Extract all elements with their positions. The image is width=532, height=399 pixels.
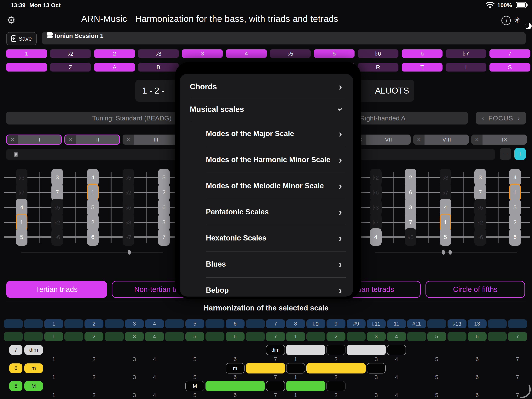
focus-button[interactable]: ‹ FOCUS ›: [476, 112, 526, 125]
extension-pill-empty: [508, 319, 527, 328]
note-pill-7[interactable]: 7: [474, 184, 486, 201]
chevron-right-icon: ›: [339, 155, 342, 165]
degree-strip-number: 7: [266, 392, 285, 399]
close-x-icon[interactable]: ×: [65, 135, 76, 144]
close-x-icon[interactable]: ×: [123, 134, 134, 145]
note-pill-1-root[interactable]: 1: [509, 184, 521, 201]
slider-dot-handle[interactable]: [127, 250, 131, 255]
note-pill-6[interactable]: 6: [509, 228, 521, 246]
degree-button-♭5[interactable]: ♭5: [270, 49, 311, 58]
slider-dot-handle[interactable]: [442, 250, 445, 255]
note-pill-2[interactable]: 2: [158, 184, 170, 201]
letter-button-R[interactable]: R: [358, 63, 399, 71]
position-tab-VII[interactable]: ×VII: [355, 134, 411, 145]
note-pill-♭6[interactable]: ♭6: [474, 228, 486, 246]
menu-item-modes-of-the-major-scale[interactable]: Modes of the Major Scale›: [180, 121, 353, 147]
note-pill-4[interactable]: 4: [370, 228, 382, 246]
degree-pill-3: 3: [125, 332, 144, 341]
degree-button-6[interactable]: 6: [402, 49, 443, 58]
menu-item-musical-scales[interactable]: Musical scales›: [180, 98, 353, 121]
degree-button-♭2[interactable]: ♭2: [50, 49, 91, 58]
degree-button-3[interactable]: 3: [182, 49, 223, 58]
degree-strip-number: 6: [468, 374, 487, 380]
letter-button-B[interactable]: B: [138, 63, 179, 71]
position-tab-III[interactable]: ×III: [123, 134, 178, 145]
position-tab-II[interactable]: ×II: [64, 134, 120, 145]
extension-pill-empty: [105, 319, 124, 328]
letter-button-Z[interactable]: Z: [50, 63, 91, 71]
info-icon[interactable]: i: [501, 16, 511, 25]
menu-item-blues[interactable]: Blues›: [180, 251, 353, 277]
note-pill-♭2[interactable]: ♭2: [123, 184, 134, 201]
position-tab-IX[interactable]: ×IX: [471, 134, 527, 145]
degree-button-♭7[interactable]: ♭7: [446, 49, 486, 58]
degree-strip-number: 2: [327, 392, 345, 399]
slider-dot-handle[interactable]: [449, 250, 452, 255]
session-name-bar[interactable]: Ionian Session 1: [42, 32, 526, 44]
degree-pill-empty: [448, 332, 467, 341]
note-pill-5[interactable]: 5: [440, 228, 451, 246]
settings-gear-icon[interactable]: ⚙: [6, 14, 16, 26]
menu-item-modes-of-the-harmonic-minor-scale[interactable]: Modes of the Harmonic Minor Scale›: [180, 147, 353, 173]
degree-button-4[interactable]: 4: [226, 49, 267, 58]
note-pill-♭7[interactable]: ♭7: [123, 228, 134, 246]
note-pill-♭5[interactable]: ♭5: [405, 228, 416, 246]
view-button-circle-of-fifths[interactable]: Circle of fifths: [425, 281, 525, 298]
degree-strip-number: 5: [427, 356, 446, 362]
note-pill-7[interactable]: 7: [51, 184, 63, 201]
menu-item-pentatonic-scales[interactable]: Pentatonic Scales›: [180, 199, 353, 225]
note-pill-5[interactable]: 5: [16, 228, 27, 246]
extension-pill-empty: [205, 319, 224, 328]
degree-pill-empty: [488, 332, 507, 341]
close-x-icon[interactable]: ×: [7, 135, 18, 144]
menu-item-hexatonic-scales[interactable]: Hexatonic Scales›: [180, 225, 353, 251]
degree-button-♭6[interactable]: ♭6: [358, 49, 399, 58]
chord-quality-legend-M: M: [24, 381, 43, 391]
note-pill-♭6[interactable]: ♭6: [370, 184, 382, 201]
degree-button-7[interactable]: 7: [489, 49, 530, 58]
menu-item-label: Hexatonic Scales: [206, 234, 266, 242]
position-tab-VIII[interactable]: ×VIII: [413, 134, 469, 145]
position-slider[interactable]: [21, 252, 163, 253]
menu-item-bebop[interactable]: Bebop›: [180, 277, 353, 297]
menu-item-modes-of-the-melodic-minor-scale[interactable]: Modes of the Melodic Minor Scale›: [180, 173, 353, 199]
letter-button-A[interactable]: A: [94, 63, 135, 71]
zoom-out-minus-button[interactable]: −: [500, 148, 511, 160]
close-x-icon[interactable]: ×: [413, 134, 424, 145]
position-tab-label: VIII: [424, 134, 469, 145]
save-button[interactable]: Save: [6, 32, 37, 45]
view-button-tertian-triads[interactable]: Tertian triads: [6, 281, 107, 298]
extension-pill-9: 9: [327, 319, 345, 328]
focus-next-chevron-icon[interactable]: ›: [518, 114, 520, 122]
zoom-in-plus-button[interactable]: +: [514, 148, 526, 160]
note-pill-7[interactable]: 7: [158, 228, 170, 246]
letter-button-T[interactable]: T: [402, 63, 443, 71]
position-slider[interactable]: [375, 252, 517, 253]
note-pill-1-root[interactable]: 1: [87, 184, 99, 201]
note-pill-♭6[interactable]: ♭6: [51, 228, 63, 246]
letter-button-S[interactable]: S: [489, 63, 530, 71]
degree-button-1[interactable]: 1: [6, 49, 47, 58]
position-tab-I[interactable]: ×I: [6, 134, 62, 145]
degree-button-2[interactable]: 2: [94, 49, 135, 58]
chord-interval-bar: [246, 363, 285, 374]
letter-button-I[interactable]: I: [446, 63, 486, 71]
focus-prev-chevron-icon[interactable]: ‹: [482, 114, 484, 122]
extension-pill-8: 8: [286, 319, 305, 328]
note-pill-6[interactable]: 6: [405, 184, 416, 201]
light-mode-sun-icon[interactable]: ☀: [514, 15, 521, 24]
degree-pill-empty: [306, 332, 325, 341]
chord-degree-legend-5: 5: [9, 381, 22, 391]
degree-button-♭3[interactable]: ♭3: [138, 49, 179, 58]
degree-button-5[interactable]: 5: [314, 49, 355, 58]
note-pill-♭7[interactable]: ♭7: [440, 184, 451, 201]
menu-item-chords[interactable]: Chords›: [180, 75, 353, 98]
letter-button-_[interactable]: _: [6, 63, 47, 71]
close-x-icon[interactable]: ×: [471, 134, 482, 145]
dark-mode-moon-icon[interactable]: [525, 23, 532, 29]
menu-item-label: Pentatonic Scales: [206, 208, 269, 216]
degree-strip-number: 6: [468, 356, 487, 362]
note-pill-6[interactable]: 6: [87, 228, 99, 246]
note-pill-♭7[interactable]: ♭7: [16, 184, 27, 201]
degree-strip-number: 5: [427, 392, 446, 399]
